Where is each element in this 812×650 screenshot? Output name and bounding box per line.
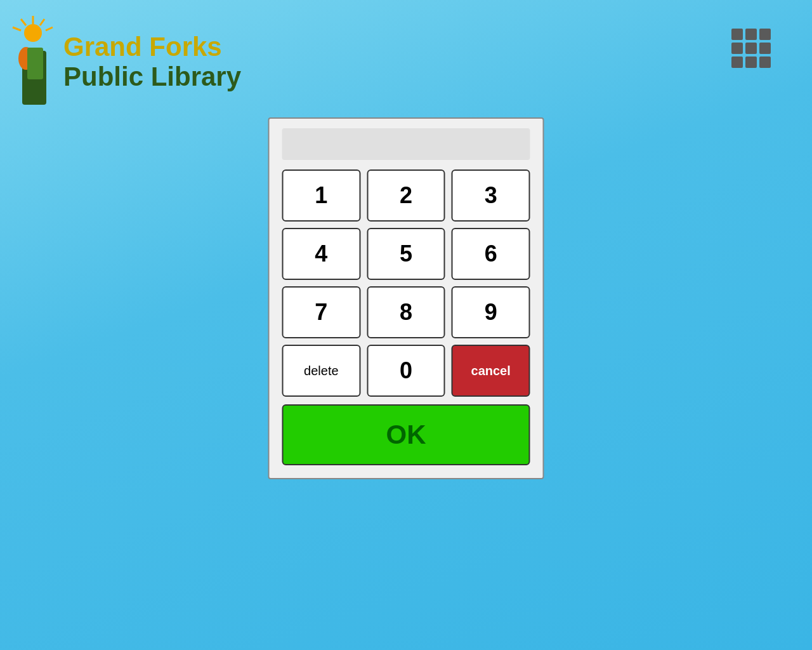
svg-line-4: [13, 27, 21, 30]
logo-text: Grand Forks Public Library: [63, 32, 241, 91]
logo-line1: Grand Forks: [63, 32, 241, 62]
delete-button[interactable]: delete: [282, 345, 361, 397]
key-7[interactable]: 7: [282, 286, 361, 338]
key-6[interactable]: 6: [452, 228, 530, 280]
logo-line2: Public Library: [63, 62, 241, 91]
key-4[interactable]: 4: [282, 228, 361, 280]
key-3[interactable]: 3: [452, 169, 530, 222]
key-5[interactable]: 5: [367, 228, 445, 280]
logo-icon: [10, 13, 57, 111]
key-2[interactable]: 2: [367, 169, 445, 222]
svg-line-2: [46, 27, 53, 30]
ok-button[interactable]: OK: [282, 404, 530, 465]
key-9[interactable]: 9: [452, 286, 530, 338]
grid-cell: [759, 56, 771, 68]
key-1[interactable]: 1: [282, 169, 361, 222]
grid-cell: [731, 43, 743, 54]
svg-rect-8: [27, 48, 43, 79]
grid-cell: [759, 43, 771, 54]
key-8[interactable]: 8: [367, 286, 445, 338]
button-grid: 1 2 3 4 5 6 7 8 9: [282, 169, 530, 338]
grid-cell: [745, 43, 757, 54]
grid-cell: [759, 29, 771, 40]
bottom-row: delete 0 cancel: [282, 345, 530, 397]
svg-line-1: [40, 19, 44, 25]
grid-cell: [745, 29, 757, 40]
grid-cell: [731, 56, 743, 68]
svg-line-3: [21, 19, 26, 25]
logo: Grand Forks Public Library: [10, 13, 241, 111]
grid-cell: [745, 56, 757, 68]
svg-point-5: [24, 24, 42, 42]
cancel-button[interactable]: cancel: [452, 345, 530, 397]
grid-icon[interactable]: [731, 29, 771, 68]
key-0[interactable]: 0: [367, 345, 445, 397]
grid-cell: [731, 29, 743, 40]
keypad-display: [282, 128, 530, 160]
keypad-dialog: 1 2 3 4 5 6 7 8 9 delete 0 cancel OK: [268, 117, 544, 479]
